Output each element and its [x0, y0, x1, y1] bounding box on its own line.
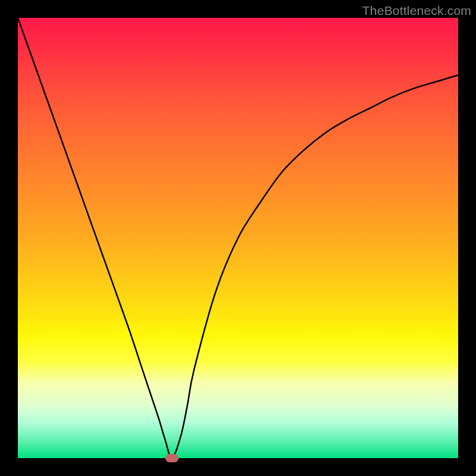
plot-area: [18, 18, 458, 458]
optimal-marker: [165, 454, 178, 462]
bottleneck-curve: [18, 18, 458, 458]
curve-svg: [18, 18, 458, 458]
watermark-text: TheBottleneck.com: [362, 4, 471, 18]
chart-container: TheBottleneck.com: [0, 0, 476, 476]
